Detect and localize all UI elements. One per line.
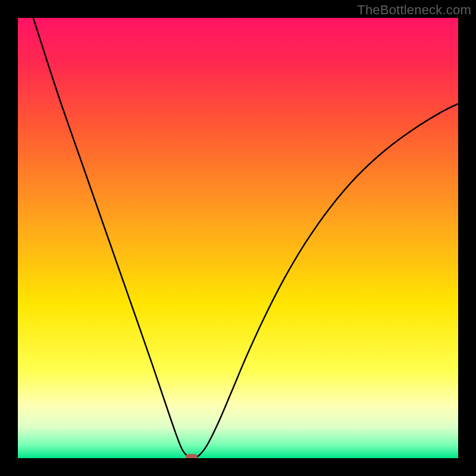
plot-area [18,18,458,458]
bottleneck-curve [18,18,458,458]
optimum-marker [186,454,198,458]
chart-frame: TheBottleneck.com [0,0,476,476]
watermark-text: TheBottleneck.com [357,2,471,18]
